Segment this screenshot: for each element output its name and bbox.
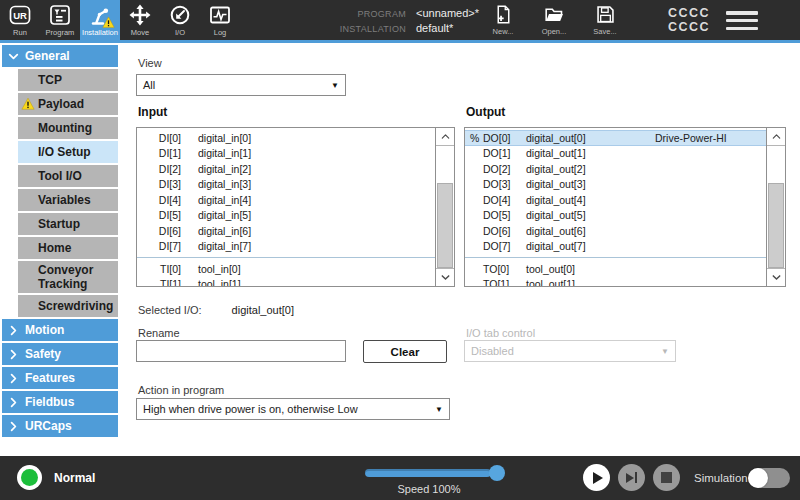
sidebar-item-tool-i-o[interactable]: Tool I/O	[18, 165, 118, 187]
sidebar-item-conveyor-tracking[interactable]: Conveyor Tracking	[18, 261, 118, 293]
ur-logo-icon	[8, 3, 32, 27]
selected-io-row: Selected I/O: digital_out[0]	[138, 304, 294, 316]
session-line-1: CCCC	[668, 6, 710, 20]
step-button[interactable]	[618, 464, 645, 491]
io-row-do-0[interactable]: %DO[0]digital_out[0]Drive-Power-HI	[465, 130, 766, 146]
io-id: DI[7]	[155, 240, 181, 252]
save-button[interactable]: Save...	[586, 4, 624, 36]
output-panel-title: Output	[466, 105, 505, 119]
tab-move[interactable]: Move	[120, 0, 160, 40]
scrollbar-thumb[interactable]	[437, 183, 453, 268]
status-label: Normal	[54, 471, 95, 485]
speed-slider-handle[interactable]	[489, 465, 505, 481]
sidebar-item-home[interactable]: Home	[18, 237, 118, 259]
sidebar-item-i-o-setup[interactable]: I/O Setup	[18, 141, 118, 163]
sidebar-item-label: I/O Setup	[38, 145, 91, 159]
sidebar-item-payload[interactable]: Payload	[18, 93, 118, 115]
tab-label: I/O	[175, 28, 185, 37]
tab-program[interactable]: Program	[40, 0, 80, 40]
hamburger-menu-icon[interactable]	[726, 11, 758, 30]
io-row-do-2[interactable]: DO[2]digital_out[2]	[465, 161, 766, 177]
io-row-to-1[interactable]: TO[1]tool_out[1]	[465, 277, 766, 287]
scrollbar-track[interactable]	[436, 146, 454, 268]
toggle-knob	[748, 468, 768, 488]
io-id: DO[1]	[483, 147, 509, 159]
io-row-do-4[interactable]: DO[4]digital_out[4]	[465, 192, 766, 208]
scrollbar-thumb[interactable]	[768, 183, 784, 268]
io-row-do-6[interactable]: DO[6]digital_out[6]	[465, 223, 766, 239]
play-button[interactable]	[583, 464, 610, 491]
sidebar-section-general[interactable]: General	[2, 45, 118, 67]
stop-button[interactable]	[653, 464, 680, 491]
io-row-di-2[interactable]: DI[2]digital_in[2]	[137, 161, 435, 177]
simulation-toggle[interactable]	[748, 468, 790, 488]
clear-button[interactable]: Clear	[363, 340, 447, 363]
tab-installation[interactable]: Installation	[80, 0, 120, 40]
sidebar-item-screwdriving[interactable]: Screwdriving	[18, 295, 118, 317]
sidebar-item-variables[interactable]: Variables	[18, 189, 118, 211]
sidebar-item-startup[interactable]: Startup	[18, 213, 118, 235]
io-row-do-3[interactable]: DO[3]digital_out[3]	[465, 177, 766, 193]
io-row-di-0[interactable]: DI[0]digital_in[0]	[137, 130, 435, 146]
io-row-di-6[interactable]: DI[6]digital_in[6]	[137, 223, 435, 239]
sidebar-item-tcp[interactable]: TCP	[18, 69, 118, 91]
io-id: DI[6]	[155, 225, 181, 237]
new-button[interactable]: New...	[484, 4, 522, 36]
rename-input[interactable]	[136, 340, 346, 362]
sidebar-item-label: Home	[38, 241, 71, 255]
io-row-do-5[interactable]: DO[5]digital_out[5]	[465, 208, 766, 224]
io-row-do-7[interactable]: DO[7]digital_out[7]	[465, 239, 766, 255]
scroll-up-icon[interactable]	[767, 128, 785, 146]
io-name: tool_out[1]	[526, 278, 575, 286]
play-icon	[593, 472, 603, 484]
io-row-di-7[interactable]: DI[7]digital_in[7]	[137, 239, 435, 255]
io-row-ti-0[interactable]: TI[0]tool_in[0]	[137, 261, 435, 277]
scroll-up-icon[interactable]	[436, 128, 454, 146]
io-name: digital_in[3]	[198, 178, 251, 190]
sidebar-section-label: URCaps	[25, 419, 72, 433]
tab-log[interactable]: Log	[200, 0, 240, 40]
sidebar-item-mounting[interactable]: Mounting	[18, 117, 118, 139]
file-action-label: Save...	[593, 27, 616, 36]
chevron-down-icon: ▼	[661, 347, 669, 357]
tab-run[interactable]: Run	[0, 0, 40, 40]
tab-i-o[interactable]: I/O	[160, 0, 200, 40]
io-row-di-4[interactable]: DI[4]digital_in[4]	[137, 192, 435, 208]
session-indicator: CCCC CCCC	[668, 6, 710, 34]
sidebar-section-fieldbus[interactable]: Fieldbus	[2, 391, 118, 413]
session-line-2: CCCC	[668, 20, 710, 34]
scroll-down-icon[interactable]	[767, 268, 785, 286]
sidebar-item-label: TCP	[38, 73, 62, 87]
io-row-to-0[interactable]: TO[0]tool_out[0]	[465, 261, 766, 277]
robot-status[interactable]: Normal	[17, 465, 95, 490]
io-row-di-3[interactable]: DI[3]digital_in[3]	[137, 177, 435, 193]
scroll-down-icon[interactable]	[436, 268, 454, 286]
scrollbar-track[interactable]	[767, 146, 785, 268]
speed-slider[interactable]	[365, 469, 491, 477]
io-row-do-1[interactable]: DO[1]digital_out[1]	[465, 146, 766, 162]
open-button[interactable]: Open...	[535, 4, 573, 36]
view-dropdown[interactable]: All ▼	[136, 74, 346, 96]
input-list-body: DI[0]digital_in[0]DI[1]digital_in[1]DI[2…	[137, 128, 435, 286]
io-name: digital_in[2]	[198, 163, 251, 175]
chevron-right-icon	[7, 324, 20, 337]
io-row-di-5[interactable]: DI[5]digital_in[5]	[137, 208, 435, 224]
sidebar-section-features[interactable]: Features	[2, 367, 118, 389]
sidebar-section-safety[interactable]: Safety	[2, 343, 118, 365]
tab-label: Run	[13, 28, 27, 37]
sidebar-section-urcaps[interactable]: URCaps	[2, 415, 118, 437]
sidebar-section-motion[interactable]: Motion	[2, 319, 118, 341]
file-actions: New...Open...Save...	[484, 4, 624, 36]
io-id: TO[0]	[483, 263, 509, 275]
new-file-icon	[493, 4, 514, 25]
io-row-ti-1[interactable]: TI[1]tool_in[1]	[137, 277, 435, 287]
io-id: DO[7]	[483, 240, 509, 252]
io-id: DI[2]	[155, 163, 181, 175]
action-in-program-dropdown[interactable]: High when drive power is on, otherwise L…	[136, 398, 450, 420]
io-name: digital_in[5]	[198, 209, 251, 221]
sidebar-section-label: Safety	[25, 347, 61, 361]
io-tag: Drive-Power-HI	[655, 132, 727, 144]
io-row-di-1[interactable]: DI[1]digital_in[1]	[137, 146, 435, 162]
io-name: digital_in[6]	[198, 225, 251, 237]
tab-label: Move	[131, 28, 149, 37]
